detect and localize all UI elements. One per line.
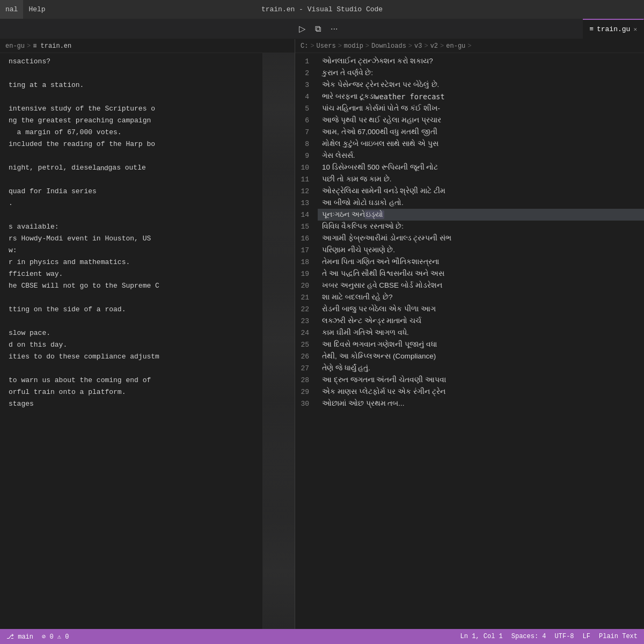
line-left-23 (0, 315, 262, 327)
git-branch[interactable]: ⎇ main (6, 633, 33, 641)
code-right-16: આગામી ફેબ્રુઆરીમાં ડોનાલ્ડ ટ્રમ્પની સંભ (318, 232, 644, 244)
line-left-12: quad for India series (0, 185, 262, 197)
code-right-8: મોક્ષેલ કુટુંબે બાઇબલ સાથે સાથે એ પુસ (318, 138, 644, 150)
code-content-right: ઓનલાઈન ટ્રાન્ઝેક્શન કરો શકાય? કુરાન તે વ… (318, 53, 644, 629)
line-left-5: intensive study of the Scriptures o (0, 103, 262, 114)
line-left-3: ting at a station. (0, 79, 262, 91)
line-left-19: fficient way. (0, 268, 262, 280)
code-right-6: આજે પૃથ્વી પર થઈ રહેલા મહાન પ્રચાર (318, 114, 644, 126)
code-right-20: ખબર અનુસાર હવે CBSE બોર્ડ મોડરેશન (318, 280, 644, 291)
line-left-20: he CBSE will not go to the Supreme C (0, 280, 262, 291)
encoding-indicator[interactable]: UTF-8 (555, 633, 574, 640)
line-ending-indicator[interactable]: LF (583, 633, 590, 640)
status-bar: ⎇ main ⊘ 0 ⚠ 0 Ln 1, Col 1 Spaces: 4 UTF… (0, 629, 644, 644)
line-left-24: slow pace. (0, 327, 262, 339)
code-area-left[interactable]: nsactions? ting at a station. intensive … (0, 53, 295, 629)
code-right-4: ભારે બરફના ટૂકડાweather forecast (318, 91, 644, 103)
more-button[interactable]: ··· (328, 23, 340, 35)
editor-left: en-gu > ≡ train.en nsactions? ting at a … (0, 39, 295, 629)
line-left-14 (0, 209, 262, 221)
line-left-1: nsactions? (0, 55, 262, 67)
language-indicator[interactable]: Plain Text (599, 633, 638, 640)
code-right-26: તેથી, આ કોમ્પ્લિઅન્સ (Compliance) (318, 350, 644, 362)
line-left-4 (0, 91, 262, 103)
minimap-left (262, 53, 295, 629)
code-right-27: તેણે જે ધાર્યું હતું. (318, 362, 644, 374)
window-title: train.en - Visual Studio Code (261, 5, 383, 13)
code-right-15: વિવિધ વૈકલ્પિક રસ્તાઓ છે: (318, 221, 644, 232)
line-left-17: w: (0, 244, 262, 256)
tab-bar: ▷ ⧉ ··· ≡ train.gu ✕ (0, 19, 644, 39)
line-left-8: included the reading of the Harp bo (0, 138, 262, 150)
code-right-2: કુરાન તે વર્ણવે છે: (318, 67, 644, 79)
code-right-11: પછી તો કામ જ કામ છે. (318, 173, 644, 185)
line-left-6: ng the greatest preaching campaign (0, 114, 262, 126)
run-button[interactable]: ▷ (296, 23, 308, 35)
code-right-13: આ બીજો મોટો ઘડાકો હતો. (318, 197, 644, 209)
status-left: ⎇ main ⊘ 0 ⚠ 0 (6, 633, 69, 641)
line-left-26: ities to do these compliance adjustm (0, 350, 262, 362)
breadcrumb-right: C: > Users > modip > Downloads > v3 > v2… (295, 39, 644, 53)
minimap-content (263, 53, 295, 629)
line-left-18: r in physics and mathematics. (0, 256, 262, 268)
line-left-13: . (0, 197, 262, 209)
code-right-23: લક્ઝરી સેન્ટ એન્ડ્ર માતાનો ચર્ચ (318, 315, 644, 327)
spaces-indicator[interactable]: Spaces: 4 (511, 633, 546, 640)
status-right: Ln 1, Col 1 Spaces: 4 UTF-8 LF Plain Tex… (460, 633, 638, 640)
code-right-14: પૂનઃગઠન અને ઇડ્યો (318, 209, 644, 221)
line-left-27 (0, 362, 262, 374)
tab-label: train.gu (597, 25, 630, 33)
code-area-right[interactable]: 1 2 3 4 5 6 7 8 9 10 11 12 13 14 15 16 1… (295, 53, 644, 629)
line-left-28: to warn us about the coming end of (0, 374, 262, 386)
code-right-17: પરિણામ નીચે પ્રમાણે છે. (318, 244, 644, 256)
tab-close-button[interactable]: ✕ (633, 26, 637, 33)
line-left-22: tting on the side of a road. (0, 303, 262, 315)
line-left-9 (0, 150, 262, 162)
code-right-1: ઓનલાઈન ટ્રાન્ઝેક્શન કરો શકાય? (318, 55, 644, 67)
code-right-30: ઓછામાં ઓછ પ્રથમ તબ... (318, 398, 644, 409)
code-right-21: શા માટે બદલાતી રહે છે? (318, 291, 644, 303)
editor-right: C: > Users > modip > Downloads > v3 > v2… (295, 39, 644, 629)
code-right-12: ઓસ્ટ્રેલિયા સામેની વનડે શ્રેણી માટે ટીમ (318, 185, 644, 197)
code-right-29: એક માણસ પ્લેટફોર્મ પર એક રંગીન ટ્રેન (318, 386, 644, 398)
code-right-7: આમ, તેઓ 67,000થી વધુ મતથી જીતી (318, 126, 644, 138)
code-right-18: તેમના પિતા ગણિત અને ભૌતિકશાસ્ત્રના (318, 256, 644, 268)
code-right-10: 10 ડિસેમ્બરથી 500 રૂપિયની જૂની નોટ (318, 162, 644, 173)
line-left-21 (0, 291, 262, 303)
breadcrumb-left: en-gu > ≡ train.en (0, 39, 295, 53)
title-bar: nal Help train.en - Visual Studio Code (0, 0, 644, 19)
code-right-28: આ દ્રુત જગતના અંતની ચેતવણી આપવા (318, 374, 644, 386)
line-left-7: a margin of 67,000 votes. (0, 126, 262, 138)
line-numbers: 1 2 3 4 5 6 7 8 9 10 11 12 13 14 15 16 1… (295, 53, 318, 629)
line-left-16: rs Howdy-Modi event in Houston, US (0, 232, 262, 244)
code-right-3: એક પેસેન્જર ટ્રેન સ્ટેશન પર બેઠેલું છે. (318, 79, 644, 91)
menu-nal[interactable]: nal (0, 0, 23, 19)
tab-actions: ▷ ⧉ ··· (290, 23, 347, 35)
tab-train-gu[interactable]: ≡ train.gu ✕ (583, 19, 644, 39)
cursor-position[interactable]: Ln 1, Col 1 (460, 633, 503, 640)
line-left-11 (0, 173, 262, 185)
line-left-29: orful train onto a platform. (0, 386, 262, 398)
error-count[interactable]: ⊘ 0 ⚠ 0 (42, 633, 69, 641)
line-left-15: s available: (0, 221, 262, 232)
line-left-30: stages (0, 398, 262, 409)
code-right-22: રોડની બાજુ પર બેઠેલા એક પીળા આગ (318, 303, 644, 315)
code-right-24: કામ ઘીમી ગતિએ આગળ વધે. (318, 327, 644, 339)
split-button[interactable]: ⧉ (312, 23, 324, 35)
menu-bar: nal Help (0, 0, 51, 19)
main-area: en-gu > ≡ train.en nsactions? ting at a … (0, 39, 644, 629)
code-content-left: nsactions? ting at a station. intensive … (0, 53, 262, 629)
menu-help[interactable]: Help (23, 0, 50, 19)
code-right-9: ગેસ લેસર્સ. (318, 150, 644, 162)
tab-icon: ≡ (589, 25, 594, 33)
line-left-2 (0, 67, 262, 79)
line-left-25: d on this day. (0, 339, 262, 350)
code-right-25: આ દિવસે ભગવાન ગણેશની પૂજાનું વધા (318, 339, 644, 350)
code-right-19: તે આ પદ્ધતિ સૌથી વિશ્વસનીય અને અસ (318, 268, 644, 280)
line-left-10: night, petrol, diesel and gas outle (0, 162, 262, 173)
code-right-5: પાંચ મહિનાના કોર્સમાં પોતે જ કંઈ શીખ- (318, 103, 644, 114)
